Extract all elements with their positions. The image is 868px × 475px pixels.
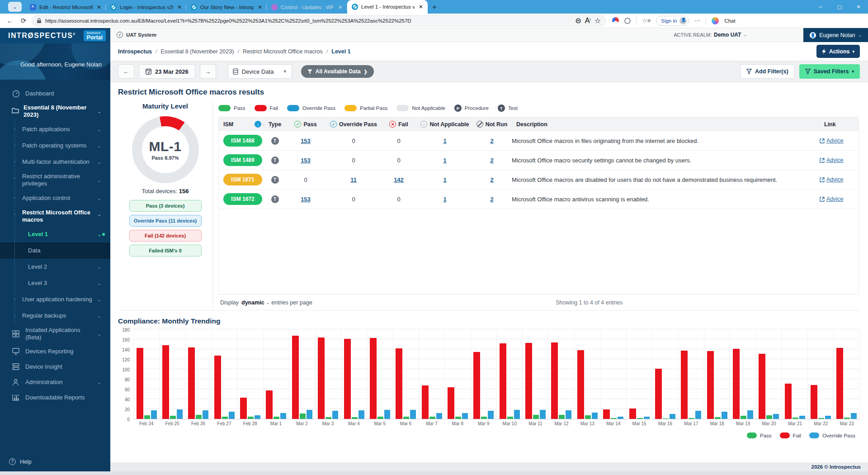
- help-button[interactable]: ? Help: [0, 458, 110, 471]
- override-pass-bar[interactable]: [773, 414, 779, 419]
- date-picker[interactable]: 23 Mar 2026: [139, 64, 195, 79]
- breadcrumb-item[interactable]: Introspectus: [118, 48, 152, 55]
- tab-close-icon[interactable]: ✕: [257, 4, 263, 10]
- override-pass-bar[interactable]: [851, 413, 857, 419]
- sidebar-item-level-1[interactable]: Level 1⌄: [0, 226, 110, 242]
- fail-bar[interactable]: [733, 349, 740, 419]
- fail-bar[interactable]: [318, 337, 325, 419]
- column-header-type[interactable]: Type: [266, 121, 284, 128]
- pass-bar[interactable]: [144, 415, 150, 419]
- override-pass-bar[interactable]: [618, 417, 623, 419]
- sidebar-item-multi-factor-authentication[interactable]: Multi-factor authentication⌄: [0, 154, 110, 170]
- breadcrumb-item[interactable]: Level 1: [331, 48, 350, 55]
- override-pass-bar[interactable]: [722, 412, 727, 419]
- sidebar-item-regular-backups[interactable]: Regular backups⌄: [0, 308, 110, 324]
- override-pass-bar[interactable]: [566, 410, 571, 419]
- fail-bar[interactable]: [811, 385, 817, 419]
- advice-link[interactable]: Advice: [820, 157, 859, 163]
- fail-bar[interactable]: [188, 347, 195, 419]
- sidebar-item-data[interactable]: Data: [0, 242, 110, 259]
- count-link[interactable]: 11: [350, 176, 357, 183]
- column-header-link[interactable]: Link: [820, 121, 859, 128]
- pass-bar[interactable]: [481, 417, 487, 419]
- favorite-star-icon[interactable]: ☆: [594, 16, 601, 25]
- fail-bar[interactable]: [525, 343, 532, 419]
- active-realm[interactable]: ACTIVE REALM: Demo UAT ⌄: [674, 32, 747, 38]
- override-pass-bar[interactable]: [488, 411, 494, 419]
- status-badge[interactable]: Fail (142 devices): [129, 230, 202, 242]
- pass-bar[interactable]: [377, 417, 383, 419]
- pass-bar[interactable]: [300, 413, 306, 419]
- override-pass-bar[interactable]: [540, 410, 546, 419]
- next-date-button[interactable]: →: [200, 64, 216, 79]
- fail-bar[interactable]: [473, 352, 480, 419]
- sidebar-item-essential-8-november-2023[interactable]: Essential 8 (November 2023)⌄: [0, 101, 110, 121]
- fail-bar[interactable]: [577, 350, 584, 419]
- breadcrumb-item[interactable]: Essential 8 (November 2023): [161, 48, 234, 55]
- count-link[interactable]: 1: [443, 176, 446, 183]
- pass-bar[interactable]: [611, 418, 617, 419]
- fail-bar[interactable]: [396, 348, 402, 419]
- sidebar-item-dashboard[interactable]: Dashboard: [0, 86, 110, 101]
- sidebar-item-user-application-hardening[interactable]: User application hardening⌄: [0, 291, 110, 308]
- override-pass-bar[interactable]: [592, 413, 598, 419]
- tab-close-icon[interactable]: ✕: [337, 4, 344, 10]
- pass-bar[interactable]: [429, 417, 435, 419]
- override-pass-bar[interactable]: [436, 413, 442, 419]
- ism-badge[interactable]: ISM 1671: [223, 174, 262, 185]
- pass-bar[interactable]: [741, 416, 746, 419]
- url-box[interactable]: https://assessoruat.introspectus.com.au/…: [32, 15, 606, 26]
- sidebar-item-restrict-administrative-privileges[interactable]: Restrict administrative privileges⌄: [0, 170, 110, 190]
- column-header-override-pass[interactable]: ✓Override Pass: [327, 121, 380, 128]
- actions-button[interactable]: Actions ▾: [816, 45, 860, 58]
- ism-badge[interactable]: ISM 1489: [223, 154, 262, 166]
- pass-bar[interactable]: [196, 415, 202, 419]
- status-badge[interactable]: Override Pass (11 devices): [129, 215, 202, 227]
- count-link[interactable]: 153: [301, 157, 311, 164]
- add-filters-button[interactable]: Add Filter(s): [740, 64, 795, 79]
- fail-bar[interactable]: [785, 384, 792, 419]
- zoom-out-icon[interactable]: ⊝: [575, 16, 581, 25]
- fail-bar[interactable]: [759, 354, 765, 419]
- sidebar-item-devices-reporting[interactable]: Devices Reporting: [0, 344, 110, 359]
- pass-bar[interactable]: [222, 417, 228, 419]
- override-pass-bar[interactable]: [280, 413, 286, 419]
- advice-link[interactable]: Advice: [820, 176, 859, 183]
- fail-bar[interactable]: [292, 336, 299, 419]
- tab-search-button[interactable]: ⌄: [8, 2, 22, 12]
- fail-bar[interactable]: [448, 387, 454, 419]
- sort-icon[interactable]: ↓: [255, 121, 261, 128]
- page-size-select[interactable]: dynamic: [241, 299, 264, 306]
- sidebar-item-patch-applications[interactable]: Patch applications⌄: [0, 121, 110, 138]
- extension-icon[interactable]: [612, 17, 619, 24]
- count-link[interactable]: 1: [443, 196, 446, 203]
- status-badge[interactable]: Pass (3 devices): [129, 200, 202, 212]
- override-pass-bar[interactable]: [384, 410, 390, 419]
- override-pass-bar[interactable]: [307, 410, 312, 419]
- pass-bar[interactable]: [170, 416, 176, 419]
- breadcrumb-item[interactable]: Restrict Microsoft Office macros: [243, 48, 323, 55]
- column-header-description[interactable]: Description: [512, 121, 820, 128]
- sidebar-item-level-3[interactable]: Level 3⌄: [0, 275, 110, 291]
- pass-bar[interactable]: [274, 417, 279, 419]
- pass-bar[interactable]: [766, 415, 772, 419]
- fail-bar[interactable]: [836, 348, 843, 419]
- pass-bar[interactable]: [507, 417, 513, 419]
- sidebar-item-downloadable-reports[interactable]: Downloadable Reports: [0, 390, 110, 405]
- override-pass-bar[interactable]: [229, 412, 235, 419]
- fail-bar[interactable]: [370, 338, 377, 419]
- fail-bar[interactable]: [681, 351, 688, 419]
- override-pass-bar[interactable]: [203, 410, 208, 419]
- column-header-fail[interactable]: ✕Fail: [380, 121, 418, 128]
- fail-bar[interactable]: [551, 342, 558, 419]
- count-link[interactable]: 2: [490, 196, 493, 203]
- pass-bar[interactable]: [637, 418, 643, 419]
- sidebar-item-level-2[interactable]: Level 2⌄: [0, 259, 110, 275]
- pass-bar[interactable]: [715, 417, 721, 419]
- column-header-not-applicable[interactable]: −Not Applicable: [418, 121, 472, 128]
- column-header-pass[interactable]: ✓Pass: [284, 121, 327, 128]
- user-menu-button[interactable]: 👤 Eugene Nolan ⌄: [803, 28, 868, 42]
- browser-tab[interactable]: Login - Introspectus v26.3.16.1✕: [106, 1, 186, 14]
- fail-bar[interactable]: [422, 385, 429, 419]
- fail-bar[interactable]: [266, 390, 273, 419]
